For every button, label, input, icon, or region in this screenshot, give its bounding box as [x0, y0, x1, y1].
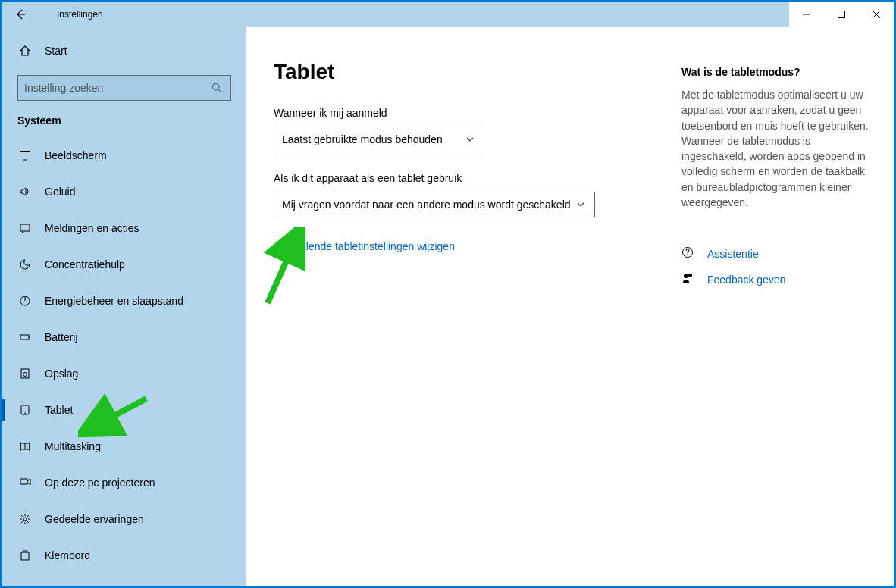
main-content: Tablet Wanneer ik mij aanmeld Laatst geb…: [246, 27, 656, 586]
home-button[interactable]: Start: [2, 36, 246, 66]
svg-point-22: [23, 518, 27, 521]
search-field[interactable]: [24, 82, 209, 94]
sidebar-item-label: Energiebeheer en slaapstand: [33, 295, 183, 307]
help-link-label: Assistentie: [698, 248, 759, 260]
nav-icon: [17, 368, 33, 380]
maximize-button[interactable]: [824, 2, 859, 27]
sidebar-item-opslag[interactable]: Opslag: [2, 355, 246, 392]
close-button[interactable]: [859, 2, 894, 27]
additional-settings-link[interactable]: Aanvullende tabletinstellingen wijzigen: [274, 240, 455, 252]
nav-icon: [17, 149, 33, 161]
svg-rect-21: [20, 479, 27, 484]
feedback-link[interactable]: Feedback geven: [681, 272, 876, 287]
chevron-down-icon: [464, 135, 476, 144]
svg-rect-6: [20, 152, 30, 158]
svg-line-30: [21, 521, 23, 523]
svg-rect-31: [21, 552, 29, 560]
sidebar-item-label: Multitasking: [33, 440, 101, 452]
window-title: Instellingen: [39, 9, 103, 20]
aside-body: Met de tabletmodus optimaliseert u uw ap…: [681, 87, 876, 210]
tablet-use-label: Als ik dit apparaat als een tablet gebru…: [274, 172, 656, 184]
svg-rect-12: [30, 336, 31, 339]
svg-point-14: [23, 373, 27, 377]
arrow-left-icon: [14, 8, 27, 20]
page-title: Tablet: [274, 60, 656, 84]
titlebar: Instellingen: [2, 2, 894, 27]
nav-icon: [17, 440, 33, 452]
sidebar-item-label: Gedeelde ervaringen: [33, 513, 144, 525]
svg-rect-11: [20, 335, 29, 339]
nav-icon: [17, 186, 33, 198]
sidebar-item-label: Concentratiehulp: [33, 258, 125, 271]
svg-line-28: [27, 521, 29, 523]
sidebar-item-op-deze-pc-projecteren[interactable]: Op deze pc projecteren: [2, 464, 246, 501]
sidebar-item-geluid[interactable]: Geluid: [2, 174, 246, 210]
back-button[interactable]: [2, 2, 39, 27]
feedback-link-label: Feedback geven: [698, 274, 786, 286]
svg-rect-35: [688, 274, 692, 277]
sidebar-item-tablet[interactable]: Tablet: [2, 392, 246, 428]
svg-point-33: [687, 255, 688, 256]
nav-icon: [17, 331, 33, 343]
svg-point-34: [684, 274, 688, 278]
sidebar-item-label: Batterij: [33, 331, 78, 343]
svg-line-5: [218, 89, 221, 92]
sidebar-item-concentratiehulp[interactable]: Concentratiehulp: [2, 246, 246, 283]
nav-icon: [17, 295, 33, 307]
svg-rect-13: [21, 369, 29, 378]
tablet-use-select[interactable]: Mij vragen voordat naar een andere modus…: [274, 192, 595, 217]
svg-rect-8: [20, 224, 30, 231]
sidebar-item-gedeelde-ervaringen[interactable]: Gedeelde ervaringen: [2, 501, 246, 537]
aside-heading: Wat is de tabletmodus?: [681, 66, 876, 78]
nav-icon: [17, 258, 33, 271]
sidebar-item-energiebeheer-en-slaapstand[interactable]: Energiebeheer en slaapstand: [2, 283, 246, 319]
help-link[interactable]: Assistentie: [681, 246, 876, 261]
sidebar-item-label: Tablet: [33, 404, 73, 416]
nav-icon: [17, 222, 33, 234]
sidebar-item-meldingen-en-acties[interactable]: Meldingen en acties: [2, 210, 246, 246]
signin-mode-value: Laatst gebruikte modus behouden: [282, 133, 443, 145]
search-input[interactable]: [17, 75, 231, 101]
nav-icon: [17, 513, 33, 525]
svg-rect-1: [838, 11, 845, 18]
sidebar-item-multitasking[interactable]: Multitasking: [2, 428, 246, 464]
svg-point-16: [24, 412, 26, 414]
search-icon: [209, 83, 224, 93]
sidebar-item-klembord[interactable]: Klembord: [2, 537, 246, 574]
home-label: Start: [33, 45, 67, 57]
home-icon: [17, 45, 33, 57]
sidebar-item-beeldscherm[interactable]: Beeldscherm: [2, 137, 246, 174]
help-aside: Wat is de tabletmodus? Met de tabletmodu…: [681, 27, 894, 586]
sidebar-item-label: Klembord: [33, 549, 90, 561]
category-header: Systeem: [2, 114, 246, 137]
sidebar-item-label: Geluid: [33, 186, 75, 198]
nav-icon: [17, 549, 33, 561]
tablet-use-value: Mij vragen voordat naar een andere modus…: [282, 199, 571, 211]
sidebar-item-label: Opslag: [33, 368, 78, 380]
sidebar-item-batterij[interactable]: Batterij: [2, 319, 246, 355]
sidebar-item-label: Meldingen en acties: [33, 222, 139, 234]
svg-line-27: [21, 515, 23, 517]
signin-mode-select[interactable]: Laatst gebruikte modus behouden: [274, 127, 484, 152]
feedback-icon: [681, 272, 698, 287]
signin-mode-label: Wanneer ik mij aanmeld: [274, 107, 656, 119]
help-icon: [681, 246, 698, 261]
nav-icon: [17, 477, 33, 489]
chevron-down-icon: [575, 200, 587, 209]
svg-line-29: [27, 515, 29, 517]
sidebar: Start Systeem BeeldschermGeluidMeldingen…: [2, 27, 246, 586]
svg-point-4: [212, 83, 219, 90]
sidebar-item-label: Beeldscherm: [33, 149, 107, 161]
sidebar-item-label: Op deze pc projecteren: [33, 477, 155, 489]
minimize-button[interactable]: [789, 2, 824, 27]
nav-icon: [17, 404, 33, 416]
